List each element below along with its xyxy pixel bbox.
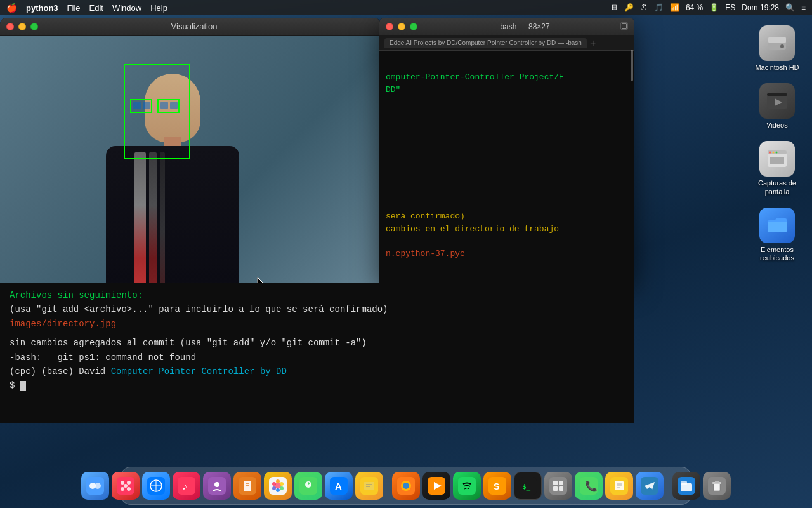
svg-rect-78 — [715, 481, 719, 483]
hdd-label: Macintosh HD — [755, 64, 799, 72]
bt-line-3: images/directory.jpg — [10, 317, 625, 331]
close-button[interactable] — [6, 23, 14, 30]
time-machine-icon[interactable]: ⏱ — [640, 3, 648, 12]
menu-file[interactable]: File — [67, 3, 81, 13]
terminal-body[interactable]: omputer-Pointer-Controller Project/E DD"… — [379, 66, 634, 283]
terminal-minimize-button[interactable] — [398, 23, 405, 30]
eye-indicator-r-right — [170, 102, 178, 109]
terminal-tabbar: Edge AI Projects by DD/Computer Pointer … — [379, 36, 634, 51]
new-tab-button[interactable]: + — [590, 37, 596, 49]
svg-point-37 — [280, 486, 284, 490]
menu-help[interactable]: Help — [150, 3, 167, 13]
svg-point-8 — [769, 152, 771, 154]
terminal-line-5: n.cpython-37.pyc — [386, 248, 628, 260]
right-eye-detection-box — [157, 99, 180, 113]
svg-point-35 — [276, 479, 280, 483]
svg-rect-63 — [559, 486, 563, 491]
dock-control-strip[interactable] — [544, 472, 572, 500]
desktop: 🍎 python3 File Edit Window Help 🖥 🔑 ⏱ 🎵 … — [0, 0, 812, 508]
dock-podcasts[interactable] — [203, 472, 231, 500]
dock-music[interactable]: ♪ — [173, 472, 200, 500]
menubar: 🍎 python3 File Edit Window Help 🖥 🔑 ⏱ 🎵 … — [0, 0, 812, 15]
desktop-icon-screenshots[interactable]: Capturas de pantalla — [752, 141, 802, 196]
terminal-scrollbar[interactable] — [631, 50, 633, 81]
dock-finder[interactable] — [81, 472, 109, 500]
terminal-text-2: DD" — [386, 85, 400, 95]
bottom-terminal[interactable]: Archivos sin seguimiento: (usa "git add … — [0, 283, 634, 423]
dock-trash[interactable] — [703, 472, 731, 500]
eye-indicator-right — [143, 102, 150, 109]
svg-rect-60 — [553, 481, 558, 485]
dock-sublime[interactable]: S — [483, 472, 511, 500]
dock-appstore[interactable]: A — [325, 472, 353, 500]
desktop-icon-videos[interactable]: Videos — [752, 83, 802, 130]
dock-telegram[interactable] — [636, 472, 664, 500]
screenshots-label: Capturas de pantalla — [752, 179, 802, 196]
dock-phone[interactable]: 📞 — [575, 472, 603, 500]
dock-firefox[interactable] — [392, 472, 420, 500]
bt-line-7: $ — [10, 378, 625, 392]
svg-text:A: A — [335, 481, 342, 491]
spotlight-icon[interactable]: 🔍 — [785, 3, 795, 12]
svg-point-17 — [127, 481, 131, 485]
apple-menu[interactable]: 🍎 — [6, 3, 17, 13]
desktop-icon-macintosh-hd[interactable]: Macintosh HD — [752, 25, 802, 72]
dock-safari[interactable] — [142, 472, 170, 500]
svg-text:♪: ♪ — [182, 481, 187, 491]
videos-label: Videos — [766, 121, 787, 130]
dock-vlc[interactable] — [422, 472, 450, 500]
viz-window-title: Visualization — [14, 22, 374, 31]
terminal-resize-icon[interactable] — [620, 22, 628, 30]
terminal-maximize-button[interactable] — [410, 23, 417, 30]
battery-icon[interactable]: 🔋 — [709, 3, 719, 12]
terminal-window-title: bash — 88×27 — [422, 22, 628, 31]
svg-point-40 — [272, 482, 276, 486]
eye-indicator-r-left — [160, 102, 168, 109]
bt-text-2: (usa "git add <archivo>..." para incluir… — [10, 304, 388, 314]
terminal-window: bash — 88×27 Edge AI Projects by DD/Comp… — [379, 18, 634, 283]
menu-window[interactable]: Window — [112, 3, 141, 13]
bottom-terminal-body: Archivos sin seguimiento: (usa "git add … — [0, 283, 634, 423]
dock-maps[interactable] — [294, 472, 322, 500]
viz-titlebar: Visualization — [0, 18, 381, 36]
svg-rect-76 — [714, 483, 720, 491]
language-flag[interactable]: ES — [725, 3, 735, 12]
svg-point-10 — [776, 152, 778, 154]
svg-point-18 — [121, 487, 124, 491]
left-eye-detection-box — [130, 99, 152, 113]
wifi-icon[interactable]: 📶 — [670, 3, 679, 12]
notification-center-icon[interactable]: ≡ — [801, 3, 806, 12]
dock-stickies[interactable] — [355, 472, 383, 500]
dock-notes[interactable] — [605, 472, 633, 500]
bluetooth2-icon[interactable]: 🎵 — [654, 3, 664, 12]
svg-point-16 — [121, 481, 124, 485]
bluetooth-icon[interactable]: 🔑 — [624, 3, 634, 12]
bt-text-4: sin cambios agregados al commit (usa "gi… — [10, 338, 367, 348]
menubar-right: 🖥 🔑 ⏱ 🎵 📶 64 % 🔋 ES Dom 19:28 🔍 ≡ — [610, 3, 806, 12]
terminal-text-1: omputer-Pointer-Controller Project/E — [386, 72, 564, 82]
bt-line-5: -bash: __git_ps1: command not found — [10, 351, 625, 364]
bt-text-6: (cpc) (base) David — [10, 366, 111, 377]
desktop-icon-relocated[interactable]: Elementos reubicados — [752, 208, 802, 262]
screenshot-icon — [759, 141, 795, 177]
control-center-icon[interactable]: 🖥 — [610, 3, 618, 12]
dock-terminal[interactable]: $_ — [514, 472, 542, 500]
terminal-close-button[interactable] — [386, 23, 393, 30]
terminal-text-4: cambios en el directorio de trabajo — [386, 224, 559, 234]
bt-line-1: Archivos sin seguimiento: — [10, 288, 625, 302]
dock-files[interactable] — [672, 472, 700, 500]
svg-point-19 — [127, 487, 131, 491]
terminal-line-3: será confirmado) — [386, 210, 628, 223]
svg-rect-59 — [549, 477, 567, 495]
dock-books[interactable] — [233, 472, 261, 500]
menu-edit[interactable]: Edit — [89, 3, 103, 13]
svg-rect-4 — [767, 93, 787, 96]
dock-photos[interactable] — [264, 472, 292, 500]
dock-launchpad[interactable] — [112, 472, 140, 500]
terminal-tab[interactable]: Edge AI Projects by DD/Computer Pointer … — [384, 38, 587, 48]
svg-rect-11 — [770, 157, 784, 164]
menubar-left: 🍎 python3 File Edit Window Help — [6, 3, 167, 13]
terminal-line-1: omputer-Pointer-Controller Project/E — [386, 71, 628, 84]
dock-spotify[interactable] — [453, 472, 481, 500]
battery-percent: 64 % — [686, 3, 703, 12]
